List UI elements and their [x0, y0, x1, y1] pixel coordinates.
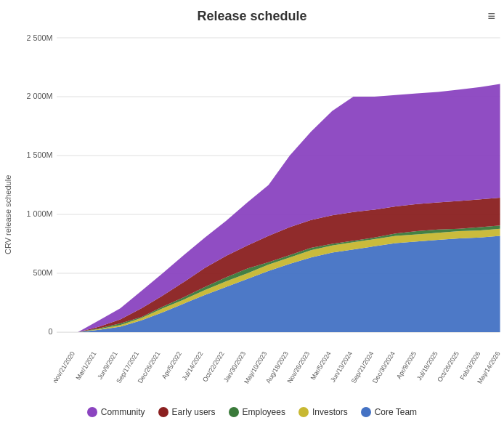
svg-text:Nov/26/2023: Nov/26/2023: [285, 350, 311, 384]
svg-text:1 000M: 1 000M: [27, 209, 53, 218]
svg-text:Oct/26/2025: Oct/26/2025: [436, 350, 460, 383]
chart-area: CRV release schedule 0 500M 1 000M: [0, 30, 504, 403]
svg-text:2 500M: 2 500M: [27, 33, 53, 42]
svg-text:Oct/22/2022: Oct/22/2022: [201, 350, 226, 383]
legend-label-early-users: Early users: [172, 407, 216, 417]
svg-text:Jun/13/2024: Jun/13/2024: [329, 350, 354, 383]
svg-text:Apr/5/2022: Apr/5/2022: [160, 350, 184, 380]
x-axis-labels: Aug/13/2020 Nov/21/2020 Mar/1/2021 Jun/9…: [54, 348, 500, 399]
svg-text:Jan/30/2023: Jan/30/2023: [222, 350, 247, 383]
svg-text:Dec/26/2021: Dec/26/2021: [137, 350, 162, 384]
legend-item-investors: Investors: [298, 407, 348, 417]
svg-text:Dec/30/2024: Dec/30/2024: [371, 350, 397, 384]
svg-text:Mar/5/2024: Mar/5/2024: [309, 350, 332, 381]
legend-item-employees: Employees: [229, 407, 285, 417]
svg-text:Mar/1/2021: Mar/1/2021: [74, 350, 97, 381]
svg-container: 0 500M 1 000M 1 500M 2 000M 2 500M: [17, 30, 504, 348]
y-axis-label: CRV release schedule: [0, 30, 17, 399]
chart-title: Release schedule: [0, 0, 504, 30]
chart-legend: Community Early users Employees Investor…: [0, 403, 504, 423]
hamburger-icon[interactable]: ≡: [487, 9, 495, 24]
svg-text:500M: 500M: [33, 268, 53, 277]
legend-dot-core-team: [361, 407, 371, 417]
legend-item-core-team: Core Team: [361, 407, 417, 417]
legend-label-investors: Investors: [312, 407, 348, 417]
legend-label-community: Community: [101, 407, 145, 417]
svg-text:1 500M: 1 500M: [27, 150, 53, 159]
legend-dot-early-users: [158, 407, 168, 417]
svg-text:2 000M: 2 000M: [27, 92, 53, 100]
svg-text:Nov/21/2020: Nov/21/2020: [54, 350, 76, 384]
svg-text:Jun/9/2021: Jun/9/2021: [96, 350, 119, 380]
legend-dot-investors: [298, 407, 309, 417]
legend-dot-employees: [229, 407, 239, 417]
legend-label-employees: Employees: [243, 407, 285, 417]
svg-text:Jul/14/2022: Jul/14/2022: [181, 350, 205, 382]
legend-item-community: Community: [87, 407, 145, 417]
legend-item-early-users: Early users: [158, 407, 216, 417]
chart-svg: 0 500M 1 000M 1 500M 2 000M 2 500M: [17, 30, 504, 348]
chart-container: Release schedule ≡ CRV release schedule …: [0, 0, 504, 423]
legend-label-core-team: Core Team: [375, 407, 417, 417]
svg-text:Jul/18/2025: Jul/18/2025: [415, 350, 439, 382]
legend-dot-community: [87, 407, 97, 417]
svg-text:Apr/9/2025: Apr/9/2025: [395, 350, 418, 380]
svg-text:0: 0: [49, 327, 53, 336]
chart-inner: 0 500M 1 000M 1 500M 2 000M 2 500M: [17, 30, 504, 399]
x-axis-svg: Aug/13/2020 Nov/21/2020 Mar/1/2021 Jun/9…: [54, 348, 500, 399]
